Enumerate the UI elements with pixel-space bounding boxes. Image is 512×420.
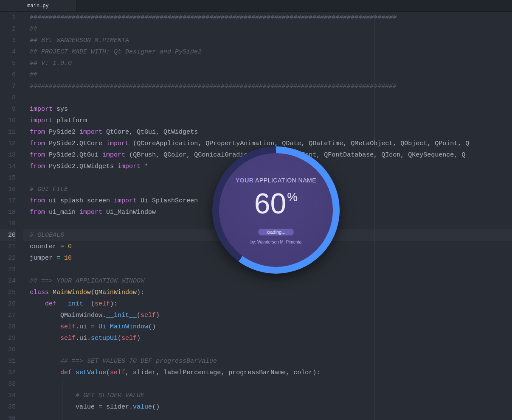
code-line[interactable]: from PySide2.QtGui import (QBrush, QColo… xyxy=(23,149,512,161)
code-line[interactable]: value = slider.value() xyxy=(23,401,512,413)
code-line[interactable] xyxy=(23,92,512,104)
code-area[interactable]: ########################################… xyxy=(23,12,512,420)
code-line[interactable]: ## V: 1.0.0 xyxy=(23,58,512,69)
code-line[interactable]: from PySide2.QtWidgets import * xyxy=(23,161,512,172)
code-line[interactable]: ## ==> YOUR APPLICATION WINDOW xyxy=(23,275,512,287)
code-line[interactable]: counter = 0 xyxy=(23,241,512,252)
tab-filename: main.py xyxy=(27,3,48,9)
code-line[interactable]: # GLOBALS xyxy=(23,230,512,241)
code-line[interactable] xyxy=(23,378,512,390)
code-line[interactable] xyxy=(23,413,512,420)
code-line[interactable]: ## xyxy=(23,69,512,81)
code-line[interactable]: import sys xyxy=(23,104,512,115)
code-line[interactable]: from ui_splash_screen import Ui_SplashSc… xyxy=(23,195,512,207)
code-line[interactable]: # GUI FILE xyxy=(23,184,512,195)
code-line[interactable]: self.ui.setupUi(self) xyxy=(23,333,512,344)
code-line[interactable] xyxy=(23,344,512,356)
code-line[interactable]: class MainWindow(QMainWindow): xyxy=(23,287,512,298)
tab-main-py[interactable]: main.py xyxy=(0,0,76,11)
column-ruler xyxy=(374,12,374,420)
code-line[interactable]: import platform xyxy=(23,115,512,126)
code-line[interactable] xyxy=(23,218,512,230)
code-line[interactable]: from PySide2.QtCore import (QCoreApplica… xyxy=(23,138,512,149)
code-line[interactable]: ########################################… xyxy=(23,81,512,92)
code-line[interactable]: ## ==> SET VALUES TO DEF progressBarValu… xyxy=(23,356,512,367)
code-line[interactable] xyxy=(23,264,512,275)
code-line[interactable]: jumper = 10 xyxy=(23,252,512,264)
code-editor[interactable]: 1234567891011121314151617181920212223242… xyxy=(0,12,512,420)
code-line[interactable]: ## BY: WANDERSON M.PIMENTA xyxy=(23,35,512,46)
code-line[interactable]: ## PROJECT MADE WITH: Qt Designer and Py… xyxy=(23,46,512,58)
code-line[interactable]: def __init__(self): xyxy=(23,298,512,310)
tab-bar: main.py xyxy=(0,0,512,12)
code-line[interactable]: QMainWindow.__init__(self) xyxy=(23,310,512,321)
code-line[interactable]: self.ui = Ui_MainWindow() xyxy=(23,321,512,333)
code-line[interactable] xyxy=(23,172,512,184)
code-line[interactable]: from PySide2 import QtCore, QtGui, QtWid… xyxy=(23,126,512,138)
line-gutter: 1234567891011121314151617181920212223242… xyxy=(0,12,23,420)
code-line[interactable]: from ui_main import Ui_MainWindow xyxy=(23,207,512,218)
code-line[interactable]: ########################################… xyxy=(23,12,512,23)
code-line[interactable]: def setValue(self, slider, labelPercenta… xyxy=(23,367,512,378)
code-line[interactable]: # GET SLIDER VALUE xyxy=(23,390,512,401)
code-line[interactable]: ## xyxy=(23,23,512,35)
